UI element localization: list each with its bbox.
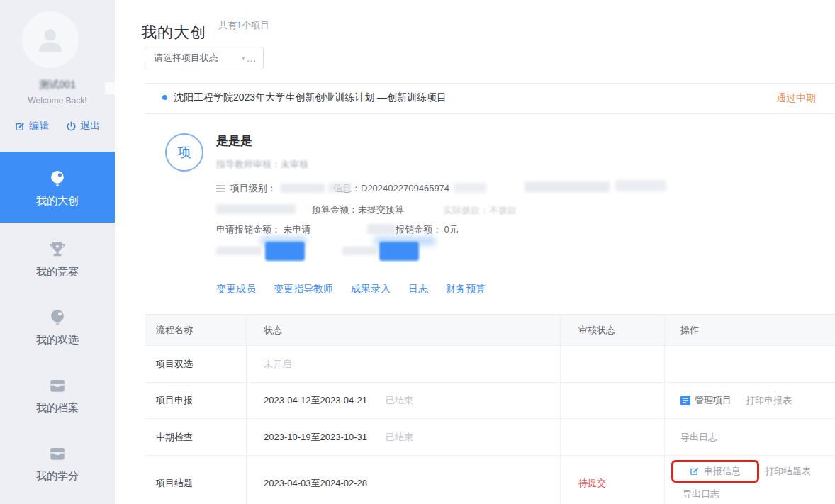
project-name: 是是是 [216, 133, 252, 149]
status-badge [265, 242, 305, 261]
status-text: 未开启 [264, 359, 291, 369]
select-placeholder: 请选择项目状态 [154, 52, 218, 65]
status-badge [379, 242, 419, 261]
header-operations: 操作 [664, 324, 835, 337]
trophy-icon [48, 240, 67, 259]
print-application-button[interactable]: 打印申报表 [746, 394, 792, 407]
change-members-link[interactable]: 变更成员 [216, 283, 256, 296]
archive-icon [48, 376, 67, 395]
project-status-select[interactable]: 请选择项目状态 ▼ ... [145, 47, 264, 69]
teacher-review-status: 指导教师审核：未审核 [216, 158, 308, 171]
sidebar-item-my-innovation[interactable]: 我的大创 [0, 152, 115, 223]
operations-cell: 管理项目 打印申报表 [664, 394, 835, 407]
results-entry-link[interactable]: 成果录入 [351, 283, 391, 296]
logout-label: 退出 [80, 120, 100, 133]
highlight-annotation: 申报信息 [671, 460, 759, 483]
edit-icon [690, 466, 700, 476]
archive-icon [48, 444, 67, 463]
export-log-button[interactable]: 导出日志 [680, 432, 717, 442]
budget-field: 预算金额：未提交预算 [312, 203, 404, 216]
project-action-links: 变更成员 变更指导教师 成果录入 日志 财务预算 [216, 283, 486, 296]
change-advisor-link[interactable]: 变更指导教师 [274, 283, 333, 296]
redacted-text [281, 184, 325, 193]
process-name: 项目双选 [145, 358, 246, 371]
process-table: 流程名称 状态 审核状态 操作 项目双选 未开启 项目申报 2023-04-12… [145, 314, 835, 504]
sidebar-item-my-archives[interactable]: 我的档案 [0, 359, 115, 427]
count-prefix: 共有 [218, 20, 237, 30]
table-row: 项目申报 2023-04-12至2023-04-21已结束 管理项目 打印申报表 [145, 383, 835, 419]
reimbursed-field: 报销金额： 0元 [396, 223, 459, 236]
app-window: 测试001 Welcome Back! 编辑 退出 [0, 0, 835, 504]
operations-cell: 申报信息 打印结题表 导出日志 [664, 456, 835, 500]
sidebar-item-label: 我的竞赛 [36, 265, 79, 279]
period-text: 2023-04-12至2023-04-21 [264, 395, 367, 405]
sidebar-item-label: 我的大创 [36, 194, 79, 208]
process-name: 中期检查 [145, 431, 246, 444]
bullet-icon [162, 95, 167, 100]
balloon-icon [48, 308, 67, 327]
redacted-text [328, 183, 352, 193]
user-actions: 编辑 退出 [0, 120, 115, 133]
report-info-button[interactable]: 申报信息 [704, 465, 741, 478]
review-status-pending: 待提交 [578, 478, 606, 488]
column-divider [246, 315, 247, 504]
process-name: 项目申报 [145, 394, 246, 407]
column-divider [664, 315, 665, 504]
grant-field: 实际拨款：不拨款 [443, 204, 517, 217]
list-icon [216, 185, 225, 192]
redacted-text [525, 181, 610, 192]
project-avatar: 项 [165, 133, 203, 172]
username: 测试001 [0, 79, 115, 91]
sidebar-item-my-credits[interactable]: 我的学分 [0, 427, 115, 495]
header-status: 状态 [246, 324, 560, 337]
table-row: 中期检查 2023-10-19至2023-10-31已结束 导出日志 [145, 419, 835, 456]
redacted-text [367, 224, 396, 234]
period-text: 2023-04-03至2024-02-28 [246, 456, 560, 490]
export-log-button[interactable]: 导出日志 [683, 488, 719, 500]
manage-project-button[interactable]: 管理项目 [695, 394, 732, 407]
redaction-patch [105, 82, 115, 94]
count-suffix: 个项目 [242, 20, 269, 30]
person-icon [34, 23, 67, 56]
reimburse-request-field: 申请报销金额： 未申请 [216, 223, 311, 236]
edit-icon [15, 121, 26, 132]
sidebar-item-label: 我的档案 [36, 401, 79, 415]
plan-title[interactable]: 沈阳工程学院2023年大学生创新创业训练计划 —创新训练项目 [174, 91, 447, 104]
redacted-text [454, 183, 486, 193]
logout-button[interactable]: 退出 [66, 120, 100, 133]
page-title: 我的大创 [141, 22, 206, 43]
project-count: 共有1个项目 [218, 19, 269, 32]
print-conclusion-button[interactable]: 打印结题表 [765, 465, 811, 478]
chevron-down-icon: ▼ [240, 55, 246, 62]
avatar[interactable] [22, 11, 79, 68]
project-avatar-char: 项 [178, 143, 191, 162]
finance-budget-link[interactable]: 财务预算 [446, 283, 486, 296]
sidebar-item-my-competitions[interactable]: 我的竞赛 [0, 223, 115, 291]
balloon-icon [48, 169, 67, 188]
select-ellipsis: ... [247, 53, 257, 64]
table-row: 项目双选 未开启 [145, 346, 835, 383]
process-name: 项目结题 [145, 456, 246, 490]
divider [145, 83, 835, 84]
welcome-text: Welcome Back! [0, 96, 115, 106]
table-row: 项目结题 2023-04-03至2024-02-28 待提交 申报信息 打印结题… [145, 456, 835, 504]
sidebar-item-label: 我的双选 [36, 333, 79, 347]
table-header: 流程名称 状态 审核状态 操作 [145, 315, 835, 346]
redacted-text [342, 247, 378, 255]
column-divider [560, 315, 561, 504]
document-icon [680, 396, 690, 405]
project-level-field: 项目级别： [216, 182, 276, 195]
power-icon [66, 121, 77, 132]
sidebar-item-my-selection[interactable]: 我的双选 [0, 291, 115, 359]
redacted-text [615, 180, 666, 191]
redacted-text [216, 204, 296, 214]
stage-status-badge[interactable]: 通过中期 [776, 92, 816, 105]
header-process-name: 流程名称 [145, 324, 246, 337]
edit-button[interactable]: 编辑 [15, 120, 49, 133]
header-review-status: 审核状态 [560, 324, 664, 337]
sidebar-item-label: 我的学分 [36, 469, 79, 483]
journal-link[interactable]: 日志 [408, 283, 428, 296]
period-text: 2023-10-19至2023-10-31 [264, 432, 367, 442]
status-text: 已结束 [386, 395, 413, 405]
sidebar-nav: 我的大创 我的竞赛 我的双选 [0, 152, 115, 495]
